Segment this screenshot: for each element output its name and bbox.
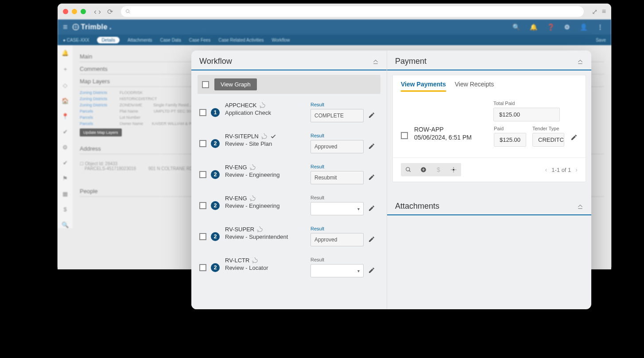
edit-icon[interactable] — [570, 126, 578, 141]
minimize-window-icon[interactable] — [72, 9, 77, 14]
payment-header: Payment — [387, 51, 591, 70]
rail-icon[interactable]: ＋ — [62, 65, 68, 73]
rail-icon[interactable]: 🏠 — [62, 97, 69, 104]
view-graph-button[interactable]: View Graph — [214, 78, 257, 90]
tab-view-payments[interactable]: View Payments — [401, 81, 446, 92]
result-label: Result — [310, 226, 364, 231]
result-label: Result — [310, 133, 364, 138]
search-icon[interactable] — [401, 163, 416, 176]
workflow-checkbox[interactable] — [199, 171, 206, 178]
comment-icon[interactable] — [252, 257, 258, 264]
collapse-icon[interactable] — [372, 58, 379, 65]
result-label: Result — [310, 102, 364, 107]
result-box[interactable]: ▾ — [310, 264, 364, 277]
result-box[interactable]: Approved — [310, 233, 364, 246]
paid-value: $125.00 — [494, 133, 526, 147]
tab-workflow[interactable]: Workflow — [272, 38, 290, 43]
rail-icon[interactable]: 📍 — [62, 113, 69, 120]
edit-icon[interactable] — [368, 226, 379, 243]
hamburger-icon[interactable]: ≡ — [602, 8, 606, 16]
payment-date: 05/06/2024, 6:51 PM — [414, 134, 488, 141]
result-box[interactable]: Resubmit — [310, 171, 364, 184]
rail-icon[interactable]: ◇ — [63, 82, 67, 89]
menu-icon[interactable]: ≡ — [63, 23, 68, 32]
maximize-window-icon[interactable] — [81, 9, 86, 14]
svg-line-4 — [409, 171, 411, 172]
pager-text: 1-1 of 1 — [551, 167, 571, 173]
workflow-item: 2 RV-SUPER Review - Superintendent Resul… — [198, 222, 380, 253]
step-badge: 2 — [211, 201, 220, 210]
url-bar[interactable] — [121, 6, 584, 17]
workflow-item: 2 RV-ENG Review - Engineering Result Res… — [198, 160, 380, 191]
comment-icon[interactable] — [257, 226, 263, 233]
gear-icon[interactable]: ⚙ — [564, 23, 570, 31]
tab-details[interactable]: Details — [97, 37, 120, 43]
forward-icon[interactable]: › — [98, 7, 101, 16]
rail-icon[interactable]: ✔ — [63, 160, 68, 166]
select-all-checkbox[interactable] — [202, 81, 209, 88]
workflow-checkbox[interactable] — [199, 202, 206, 209]
bell-icon[interactable]: 🔔 — [530, 23, 537, 31]
workflow-title: Workflow — [199, 57, 232, 66]
workflow-item: 1 APPCHECK Application Check Result COMP… — [198, 97, 380, 128]
result-box[interactable]: COMPLETE — [310, 109, 364, 122]
add-icon[interactable] — [416, 163, 431, 176]
user-icon[interactable]: 👤 — [580, 23, 587, 31]
payment-checkbox[interactable] — [401, 132, 408, 139]
save-button[interactable]: Save — [596, 38, 606, 43]
svg-point-3 — [406, 167, 410, 171]
workflow-checkbox[interactable] — [199, 140, 206, 147]
comment-icon[interactable] — [261, 133, 268, 140]
attachments-title: Attachments — [395, 202, 439, 211]
browser-toolbar: ‹ › ⟳ ⤢ ≡ — [58, 4, 611, 19]
rail-icon[interactable]: 🔔 — [62, 50, 69, 56]
chevron-down-icon: ▾ — [357, 268, 360, 273]
reload-icon[interactable]: ⟳ — [107, 8, 113, 16]
workflow-checkbox[interactable] — [199, 109, 206, 116]
step-badge: 2 — [211, 263, 220, 272]
rail-icon[interactable]: ⚙ — [62, 144, 68, 151]
back-icon[interactable]: ‹ — [94, 7, 97, 16]
workflow-panel: Workflow View Graph 1 APPCHECK Applicati… — [191, 51, 387, 309]
fullscreen-icon[interactable]: ⤢ — [592, 8, 597, 16]
more-icon[interactable]: ⋮ — [597, 23, 603, 31]
tab-case-data[interactable]: Case Data — [160, 38, 181, 43]
step-badge: 1 — [211, 108, 220, 117]
result-box[interactable]: ▾ — [310, 202, 364, 215]
collapse-icon[interactable] — [577, 203, 583, 210]
comment-icon[interactable] — [250, 195, 256, 202]
collapse-icon[interactable] — [577, 58, 583, 65]
rail-icon[interactable]: ▦ — [62, 191, 68, 197]
edit-icon[interactable] — [368, 102, 379, 119]
workflow-checkbox[interactable] — [199, 264, 206, 271]
help-icon[interactable]: ❓ — [547, 23, 555, 31]
tab-case-related[interactable]: Case Related Activities — [218, 38, 264, 43]
edit-icon[interactable] — [368, 195, 379, 212]
prev-page-icon[interactable]: ‹ — [545, 166, 547, 173]
window-controls — [63, 9, 86, 14]
close-window-icon[interactable] — [63, 9, 68, 14]
tab-case-fees[interactable]: Case Fees — [189, 38, 210, 43]
tab-attachments[interactable]: Attachments — [128, 38, 152, 43]
workflow-code: RV-LCTR — [225, 257, 249, 264]
workflow-checkbox[interactable] — [199, 233, 206, 240]
rail-icon[interactable]: 🔍 — [62, 222, 69, 228]
result-box[interactable]: Approved — [310, 140, 364, 153]
search-icon[interactable]: 🔍 — [512, 23, 520, 31]
edit-icon[interactable] — [368, 257, 379, 274]
comment-icon[interactable] — [250, 164, 256, 171]
workflow-toolbar: View Graph — [198, 75, 380, 94]
update-map-layers-button[interactable]: Update Map Layers — [80, 128, 122, 136]
comment-icon[interactable] — [260, 102, 266, 109]
workflow-item: 2 RV-LCTR Review - Locator Result ▾ — [198, 253, 380, 284]
rail-icon[interactable]: ⚑ — [62, 175, 68, 182]
next-page-icon[interactable]: › — [575, 166, 578, 173]
tab-view-receipts[interactable]: View Receipts — [455, 81, 494, 92]
edit-icon[interactable] — [368, 133, 379, 150]
edit-icon[interactable] — [368, 164, 379, 181]
rail-icon[interactable]: $ — [63, 206, 66, 213]
workflow-code: APPCHECK — [225, 102, 257, 109]
rail-icon[interactable]: ✔ — [63, 128, 68, 135]
settings-icon[interactable] — [446, 163, 461, 176]
app-tabs: ● CASE-XXX Details Attachments Case Data… — [58, 35, 611, 45]
